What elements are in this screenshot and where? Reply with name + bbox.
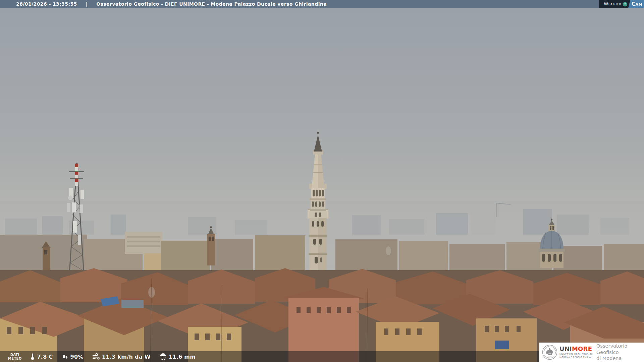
observatory-name-line2: di Modena [596,355,644,362]
wind-value: 11.3 km/h da W [102,354,151,360]
rain-value: 11.6 mm [169,354,196,360]
weathercam-cam-label: Cam [632,1,642,7]
humidity-reading: 90% [62,353,84,360]
camera-title: Osservatorio Geofisico - DIEF UNIMORE - … [96,1,327,7]
wind-icon [92,353,100,360]
university-subtitle-line2: MODENA E REGGIO EMILIA [559,356,594,359]
weathercam-logo: Weather Cam [599,0,644,8]
unimore-wordmark: UNIMORE UNIVERSITÀ DEGLI STUDI DI MODENA… [559,346,594,358]
meteo-label-line2: METEO [8,357,21,361]
rain-reading: 11.6 mm [159,353,196,360]
unimore-seal-icon: 1175 [542,345,557,360]
meteo-label-line1: DATI [8,353,21,357]
temperature-value: 7.8 C [37,354,53,360]
humidity-icon [62,353,68,360]
header-bar: 28/01/2026 - 13:35:55 | Osservatorio Geo… [0,0,644,8]
weathercam-cam-badge: Cam [628,0,644,8]
datetime-text: 28/01/2026 - 13:35:55 [16,1,77,7]
rain-icon [159,353,167,360]
unimore-panel: 1175 UNIMORE UNIVERSITÀ DEGLI STUDI DI M… [539,343,644,362]
unimore-name: UNIMORE [559,346,594,352]
meteo-label: DATI METEO [8,353,21,361]
observatory-name: Osservatorio Geofisico di Modena [596,343,644,362]
wind-reading: 11.3 km/h da W [92,353,151,360]
webcam-frame: 28/01/2026 - 13:35:55 | Osservatorio Geo… [0,0,644,362]
weathercam-lens-icon [623,2,627,6]
humidity-value: 90% [70,354,84,360]
header-separator: | [86,1,88,7]
university-subtitle-line1: UNIVERSITÀ DEGLI STUDI DI [559,353,594,356]
seal-year: 1175 [548,356,552,358]
temperature-reading: 7.8 C [30,353,53,360]
observatory-name-line1: Osservatorio Geofisico [596,343,644,356]
weathercam-weather-label: Weather [604,0,621,8]
university-subtitle: UNIVERSITÀ DEGLI STUDI DI MODENA E REGGI… [559,353,594,358]
city-panorama [0,0,644,362]
unimore-name-uni: UNI [559,345,572,352]
unimore-name-more: MORE [572,345,592,352]
thermometer-icon [30,353,35,360]
foreground-rooftops [0,201,644,362]
